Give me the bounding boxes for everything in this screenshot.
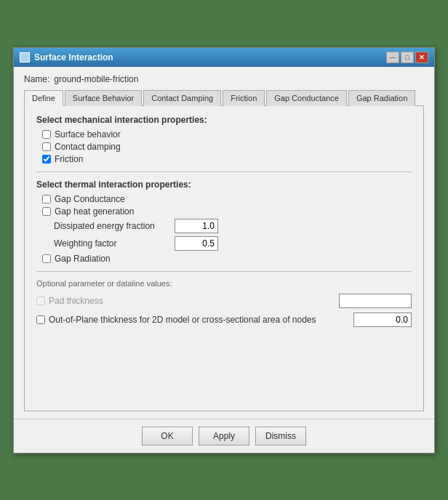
tab-gap-conductance[interactable]: Gap Conductance bbox=[266, 90, 347, 106]
tab-contact-damping[interactable]: Contact Damping bbox=[143, 90, 221, 106]
window-body: Name: ground-mobile-friction Define Surf… bbox=[14, 67, 434, 419]
out-of-plane-checkbox[interactable] bbox=[36, 315, 45, 324]
out-of-plane-label: Out-of-Plane thickness for 2D model or c… bbox=[49, 315, 350, 325]
name-row: Name: ground-mobile-friction bbox=[24, 74, 424, 84]
gap-conductance-label: Gap Conductance bbox=[55, 194, 125, 204]
surface-behavior-label: Surface behavior bbox=[55, 129, 121, 140]
thermal-section: Select thermal interaction properties: G… bbox=[36, 180, 412, 264]
tabs-container: Define Surface Behavior Contact Damping … bbox=[24, 90, 424, 106]
name-label: Name: bbox=[24, 74, 49, 84]
pad-thickness-row: Pad thickness bbox=[36, 294, 412, 308]
title-bar-buttons: — □ ✕ bbox=[386, 52, 428, 63]
ok-button[interactable]: OK bbox=[142, 427, 193, 445]
minimize-button[interactable]: — bbox=[386, 52, 399, 63]
close-button[interactable]: ✕ bbox=[415, 52, 428, 63]
tab-define[interactable]: Define bbox=[24, 90, 63, 106]
title-bar-left: Surface Interaction bbox=[20, 52, 113, 62]
friction-checkbox[interactable] bbox=[42, 155, 51, 164]
friction-label: Friction bbox=[55, 154, 83, 164]
tab-gap-radiation[interactable]: Gap Radiation bbox=[348, 90, 415, 106]
weighting-factor-row: Weighting factor bbox=[54, 236, 412, 251]
weighting-factor-label: Weighting factor bbox=[54, 238, 170, 249]
divider-1 bbox=[36, 172, 412, 172]
window-title: Surface Interaction bbox=[34, 52, 113, 62]
friction-row: Friction bbox=[42, 154, 412, 164]
dissipated-energy-label: Dissipated energy fraction bbox=[54, 221, 170, 231]
dissipated-energy-row: Dissipated energy fraction bbox=[54, 219, 412, 233]
pad-thickness-input[interactable] bbox=[339, 294, 412, 308]
optional-label: Optional parameter or dataline values: bbox=[36, 279, 412, 288]
divider-2 bbox=[36, 271, 412, 272]
gap-radiation-row: Gap Radiation bbox=[42, 254, 412, 264]
pad-thickness-checkbox bbox=[36, 297, 45, 305]
optional-section: Optional parameter or dataline values: P… bbox=[36, 279, 412, 327]
main-window: Surface Interaction — □ ✕ Name: ground-m… bbox=[13, 47, 435, 453]
apply-button[interactable]: Apply bbox=[199, 427, 249, 445]
contact-damping-label: Contact damping bbox=[55, 142, 121, 152]
tab-friction[interactable]: Friction bbox=[223, 90, 265, 106]
content-area: Select mechanical interaction properties… bbox=[24, 106, 424, 411]
tab-surface-behavior[interactable]: Surface Behavior bbox=[65, 90, 142, 106]
mechanical-section: Select mechanical interaction properties… bbox=[36, 115, 412, 164]
contact-damping-row: Contact damping bbox=[42, 142, 412, 152]
surface-behavior-row: Surface behavior bbox=[42, 129, 412, 140]
out-of-plane-row: Out-of-Plane thickness for 2D model or c… bbox=[36, 312, 412, 327]
gap-conductance-row: Gap Conductance bbox=[42, 194, 412, 204]
pad-thickness-label: Pad thickness bbox=[49, 296, 103, 306]
thermal-section-title: Select thermal interaction properties: bbox=[36, 180, 412, 190]
maximize-button[interactable]: □ bbox=[401, 52, 414, 63]
name-value: ground-mobile-friction bbox=[54, 74, 138, 84]
gap-heat-checkbox[interactable] bbox=[42, 207, 51, 216]
surface-behavior-checkbox[interactable] bbox=[42, 130, 51, 139]
footer: OK Apply Dismiss bbox=[14, 419, 434, 453]
out-of-plane-input[interactable] bbox=[353, 312, 412, 327]
gap-radiation-label: Gap Radiation bbox=[55, 254, 111, 264]
dismiss-button[interactable]: Dismiss bbox=[255, 427, 306, 445]
gap-conductance-checkbox[interactable] bbox=[42, 195, 51, 203]
contact-damping-checkbox[interactable] bbox=[42, 142, 51, 151]
surface-interaction-icon bbox=[20, 52, 30, 62]
title-bar: Surface Interaction — □ ✕ bbox=[14, 48, 434, 67]
dissipated-energy-input[interactable] bbox=[175, 219, 218, 233]
gap-heat-row: Gap heat generation bbox=[42, 206, 412, 217]
mechanical-section-title: Select mechanical interaction properties… bbox=[36, 115, 412, 125]
gap-radiation-checkbox[interactable] bbox=[42, 254, 51, 263]
gap-heat-label: Gap heat generation bbox=[55, 206, 134, 217]
weighting-factor-input[interactable] bbox=[175, 236, 218, 251]
